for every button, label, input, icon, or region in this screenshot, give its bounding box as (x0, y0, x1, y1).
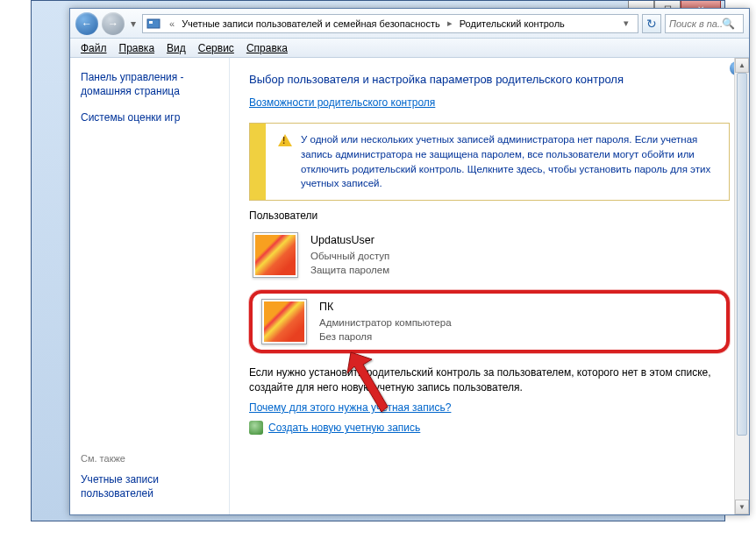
avatar (253, 232, 298, 278)
breadcrumb-chevron-icon: « (164, 18, 180, 29)
user-access: Администратор компьютера (319, 316, 452, 330)
scroll-down-button[interactable]: ▼ (735, 500, 749, 514)
user-name: ПК (319, 300, 452, 316)
refresh-button[interactable]: ↻ (642, 14, 661, 33)
search-box[interactable]: 🔍 (665, 14, 744, 33)
warning-text[interactable]: У одной или нескольких учетных записей а… (301, 132, 717, 191)
user-password: Без пароля (319, 330, 452, 344)
see-also-label: См. также (81, 453, 220, 464)
menu-file[interactable]: Файл (75, 40, 112, 56)
warning-strip (250, 124, 266, 200)
link-create-account[interactable]: Создать новую учетную запись (249, 421, 730, 435)
user-name: UpdatusUser (310, 233, 389, 249)
navigation-bar: ← → ▾ « Учетные записи пользователей и с… (70, 9, 749, 39)
nav-history-dropdown[interactable]: ▾ (128, 18, 139, 30)
search-input[interactable] (669, 18, 722, 29)
scroll-track[interactable] (735, 73, 749, 500)
breadcrumb-seg-2[interactable]: Родительский контроль (458, 18, 567, 30)
control-panel-icon (146, 17, 160, 31)
link-user-accounts[interactable]: Учетные записи пользователей (81, 472, 220, 500)
link-control-panel-home[interactable]: Панель управления - домашняя страница (81, 70, 220, 98)
scroll-up-button[interactable]: ▲ (735, 58, 749, 73)
left-panel: Панель управления - домашняя страница Си… (70, 58, 230, 514)
back-button[interactable]: ← (75, 12, 98, 35)
forward-button[interactable]: → (102, 12, 125, 35)
menu-bar: Файл Правка Вид Сервис Справка (70, 39, 749, 58)
link-parental-capabilities[interactable]: Возможности родительского контроля (249, 96, 435, 109)
breadcrumb-seg-1[interactable]: Учетные записи пользователей и семейная … (180, 18, 442, 30)
create-account-icon (249, 421, 263, 435)
warning-icon (278, 134, 292, 146)
address-bar[interactable]: « Учетные записи пользователей и семейна… (142, 14, 638, 33)
link-why-account[interactable]: Почему для этого нужна учетная запись? (249, 401, 730, 414)
menu-service[interactable]: Сервис (193, 40, 239, 56)
warning-box[interactable]: У одной или нескольких учетных записей а… (249, 123, 730, 201)
link-game-ratings[interactable]: Системы оценки игр (81, 110, 220, 124)
svg-rect-1 (149, 21, 153, 24)
main-panel: ? Выбор пользователя и настройка парамет… (230, 58, 749, 514)
footer-text: Если нужно установить родительский контр… (249, 365, 730, 395)
menu-view[interactable]: Вид (161, 40, 191, 56)
address-dropdown-icon[interactable]: ▾ (618, 18, 634, 29)
menu-edit[interactable]: Правка (114, 40, 160, 56)
search-icon: 🔍 (722, 18, 735, 30)
page-title: Выбор пользователя и настройка параметро… (249, 72, 730, 88)
user-row-updatususer[interactable]: UpdatusUser Обычный доступ Защита пароле… (249, 227, 730, 283)
menu-help[interactable]: Справка (241, 40, 293, 56)
users-label: Пользователи (249, 209, 730, 222)
avatar (261, 299, 307, 344)
user-row-pk[interactable]: ПК Администратор компьютера Без пароля (249, 290, 730, 353)
user-access: Обычный доступ (310, 249, 389, 263)
user-password: Защита паролем (310, 263, 389, 277)
scroll-thumb[interactable] (737, 73, 747, 436)
breadcrumb-chevron-icon: ▸ (442, 18, 458, 29)
scrollbar[interactable]: ▲ ▼ (734, 58, 749, 514)
